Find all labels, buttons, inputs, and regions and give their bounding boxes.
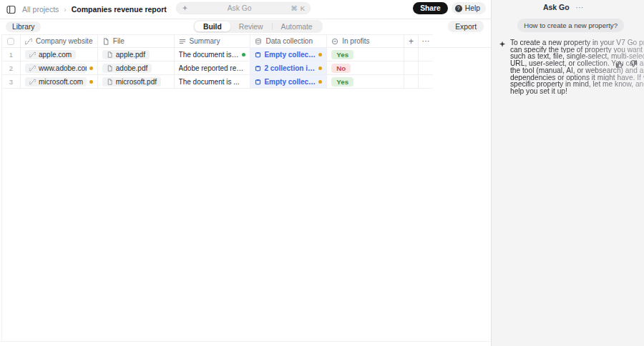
link-icon bbox=[29, 65, 36, 71]
empty-cell bbox=[419, 61, 433, 74]
select-all-cell bbox=[2, 35, 21, 47]
status-dot-yellow bbox=[318, 53, 322, 56]
user-message-bubble: How to create a new property? bbox=[517, 19, 624, 32]
file-icon bbox=[107, 51, 113, 58]
website-text: microsoft.com bbox=[39, 78, 83, 86]
column-label: In profits bbox=[342, 37, 369, 45]
library-button[interactable]: Library bbox=[6, 21, 41, 32]
panel-title: Ask Go ⋯ bbox=[492, 3, 635, 11]
table-row[interactable]: 1 apple.com apple.pdf The document is Ap… bbox=[2, 48, 433, 61]
export-button[interactable]: Export bbox=[448, 21, 484, 32]
file-icon bbox=[107, 79, 113, 85]
shortcut-letter-key: K bbox=[301, 4, 305, 12]
in-profits-badge: Yes bbox=[331, 50, 353, 59]
column-header-summary[interactable]: Summary bbox=[175, 35, 251, 47]
status-dot-yellow bbox=[318, 66, 322, 70]
topbar: All projects › Companies revenue report … bbox=[0, 0, 491, 19]
table-row[interactable]: 3 microsoft.com microsoft.pdf The docume… bbox=[2, 75, 433, 89]
column-menu-button[interactable]: ⋯ bbox=[419, 35, 433, 47]
search-placeholder: Ask Go bbox=[188, 4, 291, 12]
file-pill[interactable]: apple.pdf bbox=[102, 50, 150, 59]
status-dot-yellow bbox=[318, 80, 322, 84]
thumbs-down-button[interactable] bbox=[630, 60, 638, 68]
company-website-cell[interactable]: www.adobe.com bbox=[21, 61, 98, 74]
file-text: microsoft.pdf bbox=[116, 78, 157, 86]
status-dot-yellow bbox=[89, 66, 93, 70]
empty-cell bbox=[404, 61, 419, 74]
tab-review[interactable]: Review bbox=[230, 21, 272, 31]
select-all-checkbox[interactable] bbox=[7, 38, 14, 45]
row-number[interactable]: 1 bbox=[2, 48, 21, 61]
file-cell[interactable]: adobe.pdf bbox=[98, 61, 175, 74]
panel-menu-button[interactable]: ⋯ bbox=[576, 3, 584, 11]
shortcut-cmd-key: ⌘ bbox=[291, 4, 298, 12]
empty-cell bbox=[419, 48, 433, 61]
file-pill[interactable]: microsoft.pdf bbox=[102, 77, 161, 86]
data-table: Company website File Summary Data collec… bbox=[1, 34, 433, 89]
tab-automate[interactable]: Automate bbox=[273, 21, 321, 31]
breadcrumb: All projects › Companies revenue report bbox=[5, 0, 167, 19]
table-header-row: Company website File Summary Data collec… bbox=[2, 34, 433, 48]
empty-cell bbox=[404, 48, 419, 61]
summary-cell[interactable]: The document is Appl... bbox=[175, 48, 251, 61]
summary-cell[interactable]: The document is ... bbox=[175, 75, 251, 88]
file-icon bbox=[102, 38, 109, 45]
summary-text: The document is Appl... bbox=[179, 51, 240, 59]
link-icon bbox=[29, 79, 36, 85]
ask-go-panel: Ask Go ⋯ How to create a new property? T… bbox=[491, 0, 644, 346]
file-cell[interactable]: microsoft.pdf bbox=[98, 75, 175, 88]
table-row[interactable]: 2 www.adobe.com adobe.pdf Adobe reported… bbox=[2, 61, 433, 75]
collection-link[interactable]: Empty collection bbox=[264, 51, 316, 59]
help-icon: ? bbox=[455, 5, 462, 12]
data-collection-cell[interactable]: Empty collection bbox=[250, 48, 327, 61]
help-button[interactable]: ? Help bbox=[452, 2, 486, 14]
circle-dash-icon bbox=[331, 38, 338, 45]
panel-title-text: Ask Go bbox=[543, 3, 570, 11]
database-icon bbox=[255, 38, 262, 45]
sidebar-toggle-icon bbox=[6, 5, 16, 14]
link-icon bbox=[29, 51, 36, 58]
column-header-data-collection[interactable]: Data collection bbox=[250, 35, 327, 47]
row-number[interactable]: 3 bbox=[2, 75, 21, 88]
summary-cell[interactable]: Adobe reported record ... bbox=[175, 61, 251, 74]
in-profits-cell[interactable]: Yes bbox=[327, 48, 404, 61]
collection-link[interactable]: Empty collection bbox=[264, 78, 316, 86]
thumbs-up-button[interactable] bbox=[615, 60, 623, 68]
status-dot-yellow bbox=[89, 80, 93, 84]
database-icon bbox=[255, 51, 261, 58]
data-collection-cell[interactable]: 2 collection items bbox=[250, 61, 327, 74]
ask-go-search-input[interactable]: Ask Go ⌘ K bbox=[176, 2, 311, 14]
ai-text-line: help you set it up! bbox=[510, 88, 644, 95]
collection-link[interactable]: 2 collection items bbox=[264, 64, 316, 72]
column-header-company-website[interactable]: Company website bbox=[21, 35, 98, 47]
sidebar-toggle-button[interactable] bbox=[5, 4, 17, 16]
in-profits-cell[interactable]: Yes bbox=[327, 75, 404, 88]
column-header-file[interactable]: File bbox=[98, 35, 175, 47]
file-cell[interactable]: apple.pdf bbox=[98, 48, 175, 61]
secondary-toolbar: Library Build Review Automate Export bbox=[0, 19, 491, 34]
website-pill[interactable]: www.adobe.com bbox=[25, 64, 87, 73]
website-text: www.adobe.com bbox=[39, 64, 87, 72]
summary-text: Adobe reported record ... bbox=[179, 64, 246, 72]
help-label: Help bbox=[465, 4, 480, 12]
file-text: apple.pdf bbox=[116, 51, 145, 59]
file-pill[interactable]: adobe.pdf bbox=[102, 64, 152, 73]
tab-build[interactable]: Build bbox=[195, 21, 230, 31]
website-pill[interactable]: microsoft.com bbox=[25, 77, 87, 86]
share-button[interactable]: Share bbox=[413, 2, 448, 14]
app-window: All projects › Companies revenue report … bbox=[0, 0, 644, 346]
row-number[interactable]: 2 bbox=[2, 61, 21, 74]
company-website-cell[interactable]: apple.com bbox=[21, 48, 98, 61]
data-collection-cell[interactable]: Empty collection bbox=[250, 75, 327, 88]
breadcrumb-separator: › bbox=[64, 6, 66, 14]
add-column-button[interactable]: + bbox=[404, 35, 419, 47]
column-header-in-profits[interactable]: In profits bbox=[327, 35, 404, 47]
breadcrumb-root[interactable]: All projects bbox=[22, 5, 59, 14]
summary-text: The document is ... bbox=[179, 78, 240, 86]
website-pill[interactable]: apple.com bbox=[25, 50, 76, 59]
column-label: Summary bbox=[190, 37, 220, 45]
breadcrumb-current: Companies revenue report bbox=[72, 5, 167, 14]
ai-sparkle-icon bbox=[499, 41, 506, 95]
in-profits-cell[interactable]: No bbox=[327, 61, 404, 74]
company-website-cell[interactable]: microsoft.com bbox=[21, 75, 98, 88]
